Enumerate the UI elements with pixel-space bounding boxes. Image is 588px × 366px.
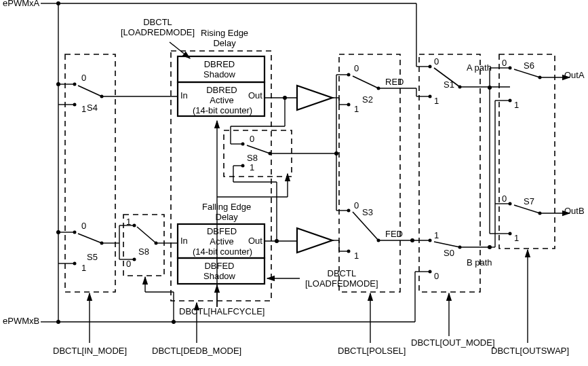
output-b-label: OutB [564,206,585,217]
dbred-active-label: DBRED Active (14-bit counter) [193,86,251,116]
dbred-out-port: Out [248,91,262,101]
s5-pos0: 0 [81,221,86,232]
ctrl-dedbmode-label: DBCTL[DEDB_MODE] [152,346,241,356]
dbred-shadow-label: DBRED Shadow [203,60,235,80]
ctrl-halfcycle-label: DBCTL[HALFCYCLE] [179,307,264,317]
ctrl-loadfed-label: DBCTL [LOADFEDMODE] [305,269,378,289]
svg-rect-4 [339,54,400,292]
s2-pos0: 0 [354,64,359,74]
svg-marker-12 [297,228,332,253]
rising-title: Rising Edge Delay [201,29,248,49]
dbfed-shadow-label: DBFED Shadow [203,261,235,282]
input-a-label: ePWMxA [3,0,39,9]
b-path-label: B path [467,258,492,268]
s4-pos1: 1 [81,105,86,115]
s1-pos1: 1 [434,96,439,107]
s0-label: S0 [444,249,454,259]
s7-pos0: 0 [502,194,507,204]
s4-label: S4 [87,103,98,113]
falling-title: Falling Edge Delay [202,202,251,223]
s3-pos1: 1 [354,251,359,261]
s6-pos0: 0 [502,58,507,69]
s8mid-pos1: 1 [250,163,254,173]
a-path-label: A path [467,63,492,73]
svg-line-53 [78,234,102,243]
svg-line-52 [78,86,102,96]
input-b-label: ePWMxB [3,316,39,327]
s3-pos0: 0 [354,201,359,211]
dbfed-out-port: Out [248,236,262,246]
s6-label: S6 [524,61,534,71]
s0-pos0: 0 [434,272,439,282]
ctrl-outswap-label: DBCTL[OUTSWAP] [491,346,569,356]
s5-label: S5 [87,253,98,263]
s6-pos1: 1 [514,100,519,111]
svg-rect-6 [499,54,555,249]
ctrl-polsel-label: DBCTL[POLSEL] [338,346,406,356]
dbfed-active-label: DBFED Active (14-bit counter) [193,227,251,257]
s2-label: S2 [362,95,373,105]
s3-label: S3 [362,208,373,218]
svg-point-93 [283,96,287,100]
fed-label: FED [385,230,403,240]
dbred-in-port: In [180,91,188,101]
red-label: RED [385,77,404,88]
dbfed-in-port: In [180,236,188,246]
diagram-svg [0,0,588,366]
s0-pos1: 1 [434,231,439,241]
svg-marker-11 [297,86,332,110]
ctrl-inmode-label: DBCTL[IN_MODE] [53,346,127,356]
ctrl-loadred-label: DBCTL [LOADREDMODE] [121,18,195,38]
svg-line-56 [353,76,378,88]
s4-pos0: 0 [81,73,86,84]
output-a-label: OutA [564,71,585,81]
s8in-pos1: 1 [126,217,131,227]
s8in-pos0: 0 [126,259,131,270]
svg-line-54 [137,227,156,243]
s7-pos1: 1 [514,234,519,244]
svg-point-103 [334,151,338,155]
s2-pos1: 1 [354,105,359,115]
s5-pos1: 1 [81,263,86,274]
svg-line-59 [434,242,460,247]
s1-label: S1 [444,80,454,90]
ctrl-outmode-label: DBCTL[OUT_MODE] [411,338,495,348]
s1-pos0: 0 [434,57,439,67]
s7-label: S7 [524,197,534,207]
s8mid-pos0: 0 [250,134,254,145]
s8-in-label: S8 [138,247,149,257]
